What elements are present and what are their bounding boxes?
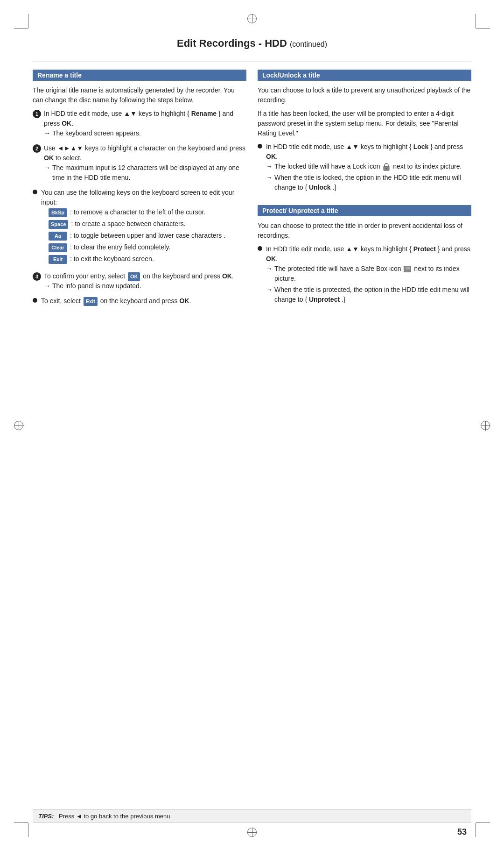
keyboard-keys-bullet: You can use the following keys on the ke… (33, 188, 246, 268)
page: English Edit Recordings - HDD (continued… (0, 0, 504, 851)
key-row-clear: Clear : to clear the entry field complet… (49, 242, 246, 252)
step3-number: 3 (33, 272, 41, 281)
lock-icon (383, 163, 390, 171)
protect-arrow1: → The protected title will have a Safe B… (266, 264, 471, 284)
lock-arrow2: → When the title is locked, the option i… (266, 173, 471, 192)
page-title: Edit Recordings - HDD (continued) (33, 37, 471, 53)
rename-step3: 3 To confirm your entry, select OK on th… (33, 271, 246, 292)
protect-bullet-content: In HDD title edit mode, use ▲▼ keys to h… (266, 244, 471, 306)
lock-arrow2-text: When the title is locked, the option in … (274, 173, 471, 192)
protect-arrow1-text: The protected title will have a Safe Box… (274, 264, 471, 284)
rename-section: Rename a title The original title name i… (33, 70, 246, 310)
keyboard-keys-text: You can use the following keys on the ke… (41, 189, 234, 206)
rename-step2: 2 Use ◄►▲▼ keys to highlight a character… (33, 143, 246, 184)
exit-bullet-content: To exit, select Exit on the keyboard and… (41, 296, 246, 306)
crop-mark (476, 14, 476, 28)
step2-arrow1-text: The maximum input is 12 characters will … (52, 163, 246, 183)
exit-key-inline: Exit (84, 297, 98, 306)
protect-bullet1: In HDD title edit mode, use ▲▼ keys to h… (258, 244, 471, 306)
registration-mark-bottom (247, 828, 257, 837)
step1-content: In HDD title edit mode, use ▲▼ keys to h… (44, 109, 246, 140)
keyboard-keys-content: You can use the following keys on the ke… (41, 188, 246, 268)
tips-text (56, 813, 57, 820)
key-row-exit: Exit : to exit the keyboard screen. (49, 254, 246, 264)
lock-para2: If a title has been locked, the user wil… (258, 109, 471, 138)
lock-arrow1: → The locked title will have a Lock icon (266, 162, 471, 171)
exit-bullet-dot (33, 298, 37, 303)
lock-section: Lock/Unlock a title You can choose to lo… (258, 70, 471, 194)
space-desc: : to create a space between characters. (71, 219, 246, 229)
step2-arrow1: → The maximum input is 12 characters wil… (44, 163, 246, 183)
registration-mark-top (247, 14, 257, 23)
registration-mark-left (14, 421, 23, 430)
crop-mark (14, 823, 28, 823)
ok-key-inline: OK (128, 272, 140, 281)
aa-desc: : to toggle between upper and lower case… (70, 231, 246, 241)
lock-arrow1-text: The locked title will have a Lock icon (274, 162, 462, 171)
right-column: Lock/Unlock a title You can choose to lo… (258, 70, 471, 310)
step3-arrow-text: The info panel is now updated. (52, 281, 141, 291)
crop-mark (28, 14, 28, 28)
aa-badge: Aa (49, 232, 67, 241)
bullet-dot (33, 190, 37, 194)
key-row-bksp: BkSp : to remove a character to the left… (49, 207, 246, 217)
key-table: BkSp : to remove a character to the left… (49, 207, 246, 264)
step3-content: To confirm your entry, select OK on the … (44, 271, 246, 292)
step1-number: 1 (33, 110, 41, 118)
page-number: 53 (457, 827, 467, 837)
exit-bullet: To exit, select Exit on the keyboard and… (33, 296, 246, 306)
page-content: Edit Recordings - HDD (continued) Rename… (33, 37, 471, 814)
protect-bullet-dot (258, 246, 262, 251)
exit-desc: : to exit the keyboard screen. (70, 254, 246, 264)
safebox-icon (404, 266, 411, 272)
crop-mark (476, 823, 490, 823)
step2-content: Use ◄►▲▼ keys to highlight a character o… (44, 143, 246, 184)
key-row-space: Space : to create a space between charac… (49, 219, 246, 229)
two-column-layout: Rename a title The original title name i… (33, 70, 471, 310)
protect-para1: You can choose to protect the title in o… (258, 221, 471, 241)
space-badge: Space (49, 220, 68, 229)
step1-arrow: → The keyboard screen appears. (44, 128, 246, 138)
rename-intro: The original title name is automatically… (33, 85, 246, 105)
crop-mark (14, 28, 28, 28)
protect-section-header: Protect/ Unprotect a title (258, 205, 471, 216)
key-row-aa: Aa : to toggle between upper and lower c… (49, 231, 246, 241)
crop-mark (28, 823, 28, 837)
step3-arrow: → The info panel is now updated. (44, 281, 246, 291)
tips-label: TIPS: (38, 813, 54, 820)
clear-badge: Clear (49, 243, 67, 252)
step1-arrow-text: The keyboard screen appears. (52, 128, 141, 138)
lock-bullet-dot (258, 144, 262, 149)
clear-desc: : to clear the entry field completely. (70, 242, 246, 252)
exit-badge: Exit (49, 255, 67, 264)
spacer (258, 198, 471, 205)
crop-mark (476, 823, 476, 837)
crop-mark (476, 28, 490, 28)
lock-section-header: Lock/Unlock a title (258, 70, 471, 81)
protect-arrow2: → When the title is protected, the optio… (266, 285, 471, 305)
lock-bullet1: In HDD title edit mode, use ▲▼ keys to h… (258, 142, 471, 194)
protect-section: Protect/ Unprotect a title You can choos… (258, 205, 471, 306)
page-title-text: Edit Recordings - HDD (177, 37, 287, 49)
tips-bar: TIPS: Press ◄ to go back to the previous… (33, 809, 471, 823)
protect-arrow2-text: When the title is protected, the option … (274, 285, 471, 305)
lock-para1: You can choose to lock a title to preven… (258, 85, 471, 105)
step2-number: 2 (33, 144, 41, 153)
rename-section-header: Rename a title (33, 70, 246, 81)
bksp-desc: : to remove a character to the left of t… (70, 207, 246, 217)
title-divider (33, 62, 471, 62)
bksp-badge: BkSp (49, 208, 67, 217)
svg-point-1 (386, 168, 387, 170)
tips-content: Press ◄ to go back to the previous menu. (59, 813, 172, 820)
page-title-suffix: (continued) (290, 40, 327, 48)
registration-mark-right (481, 421, 490, 430)
lock-bullet-content: In HDD title edit mode, use ▲▼ keys to h… (266, 142, 471, 194)
rename-step1: 1 In HDD title edit mode, use ▲▼ keys to… (33, 109, 246, 140)
